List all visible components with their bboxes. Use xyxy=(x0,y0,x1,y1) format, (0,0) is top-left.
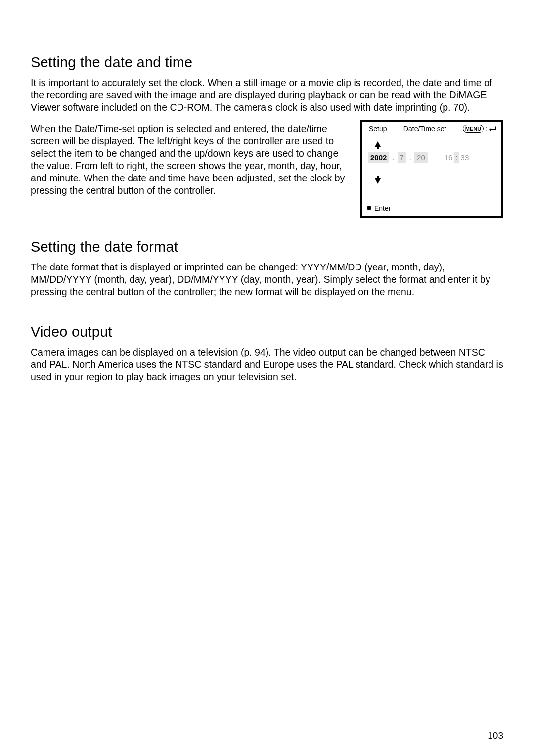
year-value: 2002 xyxy=(368,152,389,163)
dot-icon xyxy=(367,206,371,210)
menu-pill: MENU xyxy=(463,125,484,133)
date-time-row: 2002 . 7 . 20 16 : 33 xyxy=(362,152,501,163)
screen-title: Date/Time set xyxy=(403,125,446,133)
time-colon: : xyxy=(454,152,459,163)
enter-indicator: Enter xyxy=(367,204,391,212)
colon-separator: : xyxy=(485,125,487,133)
section1-para1: It is important to accurately set the cl… xyxy=(31,77,503,114)
section3-heading: Video output xyxy=(31,324,503,340)
section1-heading: Setting the date and time xyxy=(31,54,503,71)
menu-back-indicator: MENU : xyxy=(463,125,497,133)
day-value: 20 xyxy=(414,152,428,163)
hour-value: 16 xyxy=(444,153,454,162)
back-arrow-icon xyxy=(489,125,497,132)
section1-para2: When the Date/Time-set option is selecte… xyxy=(31,123,348,197)
setup-label: Setup xyxy=(369,125,387,133)
up-arrow-icon xyxy=(374,141,382,151)
down-arrow-icon xyxy=(374,176,382,186)
page-number: 103 xyxy=(488,730,503,741)
month-value: 7 xyxy=(398,152,406,163)
separator-dot: . xyxy=(392,153,394,162)
minute-value: 33 xyxy=(460,153,470,162)
camera-screen-illustration: Setup Date/Time set MENU : 2002 . 7 . 20 xyxy=(360,120,503,218)
section3-para: Camera images can be displayed on a tele… xyxy=(31,346,503,383)
enter-label: Enter xyxy=(374,204,391,212)
separator-dot: . xyxy=(409,153,411,162)
section2-para: The date format that is displayed or imp… xyxy=(31,261,503,298)
section2-heading: Setting the date format xyxy=(31,239,503,255)
